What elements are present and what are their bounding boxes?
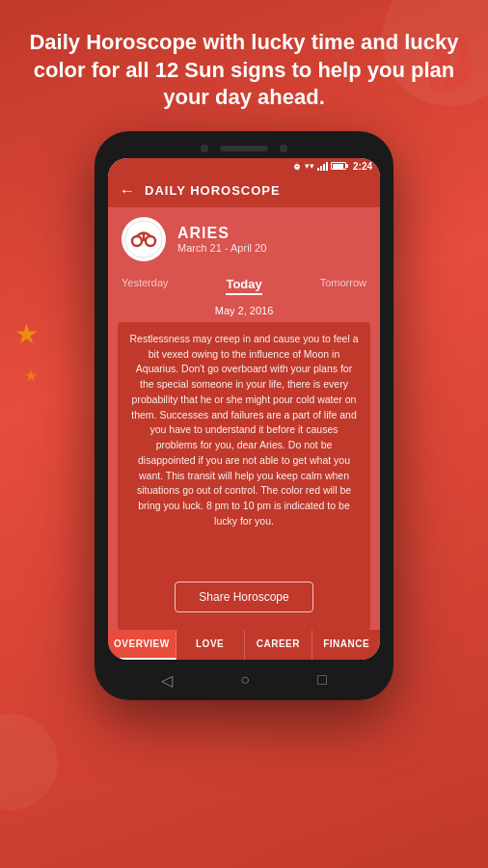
phone-mockup: ⏰ ▾▾ 2:24 ← DAILY HOROSCOPE: [95, 131, 393, 700]
signal-icon: [317, 162, 328, 171]
tab-today[interactable]: Today: [226, 277, 261, 295]
sign-icon: [122, 217, 166, 261]
bg-star-large: ★: [14, 318, 39, 350]
battery-icon: [331, 162, 346, 170]
phone-camera: [201, 145, 208, 152]
home-nav-icon[interactable]: ○: [240, 671, 250, 689]
recents-nav-icon[interactable]: □: [317, 671, 327, 689]
bg-circle-decoration: [0, 714, 58, 810]
aries-symbol: [124, 220, 163, 258]
app-title: DAILY HOROSCOPE: [145, 183, 281, 198]
back-nav-icon[interactable]: ◁: [161, 671, 173, 690]
battery-fill: [333, 164, 343, 169]
alarm-icon: ⏰: [292, 162, 302, 171]
share-horoscope-button[interactable]: Share Horoscope: [175, 582, 312, 612]
tab-career[interactable]: CAREER: [245, 630, 313, 660]
day-tabs: Yesterday Today Tomorrow: [108, 271, 380, 301]
tab-tomorrow[interactable]: Tomorrow: [320, 277, 366, 295]
horoscope-date: May 2, 2016: [108, 301, 380, 322]
back-button[interactable]: ←: [120, 182, 135, 200]
status-time: 2:24: [353, 161, 372, 172]
wifi-icon: ▾▾: [305, 161, 314, 171]
app-content: ARIES March 21 - April 20 Yesterday Toda…: [108, 207, 380, 660]
tab-yesterday[interactable]: Yesterday: [122, 277, 169, 295]
sign-dates: March 21 - April 20: [177, 242, 266, 254]
phone-screen: ⏰ ▾▾ 2:24 ← DAILY HOROSCOPE: [108, 158, 380, 660]
headline: Daily Horoscope with lucky time and luck…: [0, 0, 488, 131]
status-icons: ⏰ ▾▾ 2:24: [292, 161, 372, 172]
sign-name: ARIES: [177, 225, 266, 242]
app-header: ← DAILY HOROSCOPE: [108, 175, 380, 207]
tab-overview[interactable]: OVERVIEW: [108, 630, 176, 660]
status-bar: ⏰ ▾▾ 2:24: [108, 158, 380, 175]
phone-speaker: [220, 146, 268, 151]
tab-finance[interactable]: FINANCE: [312, 630, 380, 660]
bottom-tabs: OVERVIEW LOVE CAREER FINANCE: [108, 630, 380, 660]
phone-camera-right: [280, 145, 287, 152]
signal-bar-3: [323, 164, 325, 171]
sign-header: ARIES March 21 - April 20: [108, 207, 380, 271]
bg-star-small: ★: [24, 366, 38, 385]
tab-love[interactable]: LOVE: [176, 630, 245, 660]
phone-top-bar: [108, 145, 380, 152]
phone-bottom-nav: ◁ ○ □: [108, 664, 380, 693]
horoscope-text-area: Restlessness may creep in and cause you …: [118, 322, 370, 630]
horoscope-text: Restlessness may creep in and cause you …: [129, 332, 359, 529]
signal-bar-4: [326, 162, 328, 171]
signal-bar-2: [320, 166, 322, 171]
sign-info: ARIES March 21 - April 20: [177, 225, 266, 254]
signal-bar-1: [317, 168, 319, 171]
